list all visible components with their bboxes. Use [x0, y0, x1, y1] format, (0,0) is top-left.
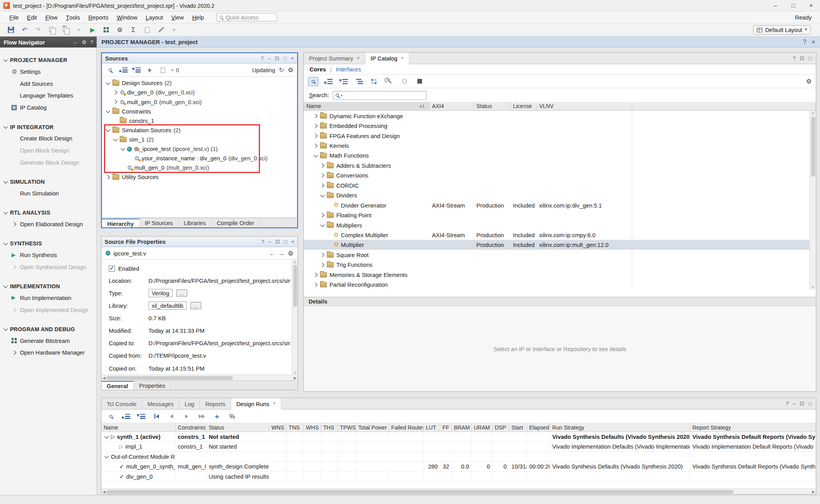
tab-compile-order[interactable]: Compile Order [212, 218, 260, 227]
quick-access-box[interactable]: Quick Access [217, 13, 277, 21]
scroll-down-icon[interactable] [294, 371, 296, 374]
catalog-row-math-functions[interactable]: Math Functions [304, 151, 816, 160]
nav-open-hardware-manager[interactable]: Open Hardware Manager [0, 346, 96, 358]
search-button[interactable] [106, 412, 116, 421]
chevron-down-icon[interactable] [320, 222, 324, 227]
ip-settings-button[interactable] [384, 76, 394, 86]
runs-horizontal-scrollbar[interactable] [102, 488, 816, 494]
tree-item-div-gen-0[interactable]: div_gen_0(div_gen_0.xci) [102, 88, 297, 97]
property-value-input[interactable]: xil_defaultlib [148, 302, 186, 310]
scroll-left-icon[interactable] [103, 490, 105, 493]
float-icon[interactable] [800, 56, 804, 61]
catalog-row-square-root[interactable]: Square Root [304, 250, 816, 259]
catalog-row-dividers[interactable]: Dividers [304, 190, 816, 200]
column-header-whs[interactable]: WHS [304, 423, 321, 431]
nav-open-synthesized-design[interactable]: Open Synthesized Design [0, 261, 96, 273]
tree-item-tb-ipcore-test[interactable]: tb_ipcore_test(ipcore_test.v) (1) [102, 144, 297, 154]
gear-icon[interactable] [288, 67, 293, 73]
sources-panel-header[interactable]: Sources [102, 53, 297, 64]
minimize-icon[interactable] [268, 56, 271, 61]
menu-icon[interactable] [82, 39, 87, 44]
help-icon[interactable] [803, 39, 806, 45]
layout-selector[interactable]: Default Layout [753, 25, 811, 34]
section-header-implementation[interactable]: IMPLEMENTATION [0, 280, 96, 291]
menu-layout[interactable]: Layout [141, 11, 167, 23]
column-header-uram[interactable]: URAM [472, 423, 493, 431]
chevron-down-icon[interactable] [320, 193, 324, 197]
menu-view[interactable]: View [167, 11, 188, 23]
tab-tcl-console[interactable]: Tcl Console [102, 398, 142, 409]
chevron-down-icon[interactable] [4, 284, 8, 288]
catalog-vertical-scrollbar[interactable] [809, 111, 816, 289]
expand-all-button[interactable] [339, 76, 349, 86]
nav-language-templates[interactable]: Language Templates [0, 89, 96, 101]
enabled-checkbox[interactable] [109, 265, 115, 272]
settings-button[interactable] [114, 25, 125, 35]
redo-button[interactable] [32, 25, 44, 35]
scroll-up-icon[interactable] [294, 260, 296, 264]
nav-ip-catalog[interactable]: IP Catalog [0, 101, 96, 114]
percentage-toggle-button[interactable] [227, 412, 237, 421]
run-button[interactable] [87, 25, 98, 35]
license-status-button[interactable] [399, 76, 410, 86]
column-header-run-strategy[interactable]: Run Strategy [550, 423, 690, 431]
help-icon[interactable] [90, 39, 93, 44]
chevron-down-icon[interactable] [4, 124, 8, 128]
minimize-button[interactable] [767, 0, 784, 11]
column-header-dsp[interactable]: DSP [493, 423, 510, 431]
scrollbar-thumb[interactable] [293, 265, 297, 307]
column-header-constraints[interactable]: Constraints [176, 423, 207, 431]
program-device-button[interactable] [100, 25, 112, 35]
chevron-right-icon[interactable] [313, 282, 317, 287]
toggle-flow-icon[interactable] [73, 39, 78, 44]
menu-file[interactable]: File [5, 11, 23, 23]
subtab-interfaces[interactable]: Interfaces [336, 66, 361, 72]
menu-tools[interactable]: Tools [62, 11, 84, 23]
section-header-simulation[interactable]: SIMULATION [0, 176, 96, 187]
tab-ip-catalog[interactable]: IP Catalog [365, 53, 410, 64]
nav-generate-block-design[interactable]: Generate Block Design [0, 156, 96, 168]
chevron-right-icon[interactable] [320, 213, 324, 217]
chevron-down-icon[interactable] [4, 326, 8, 330]
maximize-icon[interactable] [808, 56, 811, 61]
section-header-project-manager[interactable]: PROJECT MANAGER [0, 54, 96, 65]
column-header-ths[interactable]: THS [321, 423, 338, 431]
tree-item-mult-gen-0[interactable]: mult_gen_0(mult_gen_0.xci) [102, 97, 297, 106]
catalog-row-floating-point[interactable]: Floating Point [304, 210, 816, 220]
chevron-down-icon[interactable] [113, 137, 118, 141]
nav-settings[interactable]: Settings [0, 65, 96, 77]
catalog-row-cordic[interactable]: CORDIC [304, 180, 816, 190]
nav-create-block-design[interactable]: Create Block Design [0, 132, 96, 144]
search-button[interactable] [308, 76, 319, 86]
catalog-row-fpga-features-and-design[interactable]: FPGA Features and Design [304, 131, 816, 140]
catalog-row-adders-subtracters[interactable]: Adders & Subtracters [304, 160, 816, 170]
column-header-status[interactable]: Status [474, 102, 510, 110]
catalog-row-complex-multiplier[interactable]: Complex MultiplierAXI4-StreamProductionI… [304, 230, 816, 240]
section-header-program-and-debug[interactable]: PROGRAM AND DEBUG [0, 323, 96, 334]
tree-item-constraints[interactable]: Constraints [102, 106, 297, 116]
chevron-right-icon[interactable] [320, 252, 324, 257]
column-header-ff[interactable]: FF [440, 423, 452, 431]
report-summary-button[interactable] [128, 25, 139, 35]
collapse-all-button[interactable] [323, 76, 334, 86]
scroll-right-icon[interactable] [812, 490, 815, 493]
chevron-right-icon[interactable] [113, 90, 117, 94]
column-header-failed-routes[interactable]: Failed Routes [389, 423, 423, 431]
property-value-input[interactable]: Verilog [148, 289, 172, 297]
chevron-right-icon[interactable] [113, 99, 117, 104]
menu-edit[interactable]: Edit [23, 11, 41, 23]
tab-close-icon[interactable] [401, 56, 404, 60]
tree-item-design-sources[interactable]: Design Sources(2) [102, 78, 297, 88]
help-icon[interactable] [786, 401, 788, 406]
run-row-out-of-context-module-runs[interactable]: Out-of-Context Module Runs [102, 452, 816, 461]
column-header-name[interactable]: Name∧1 [304, 102, 429, 110]
gear-icon[interactable] [288, 250, 293, 256]
tree-item-sim-1[interactable]: sim_1(2) [102, 135, 297, 144]
tab-hierarchy[interactable]: Hierarchy [102, 218, 139, 227]
chevron-down-icon[interactable] [106, 128, 110, 132]
tab-properties[interactable]: Properties [134, 381, 171, 390]
tree-item-constrs-1[interactable]: constrs_1 [102, 116, 297, 125]
filter-compatible-button[interactable] [369, 76, 379, 86]
chevron-right-icon[interactable] [320, 263, 324, 267]
chevron-down-icon[interactable] [4, 210, 8, 214]
